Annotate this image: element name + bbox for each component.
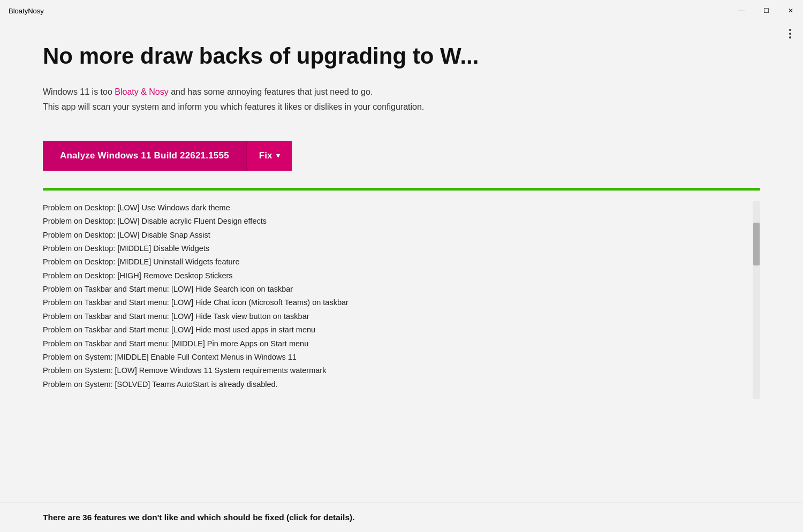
list-item: Problem on Desktop: [MIDDLE] Uninstall W… <box>43 255 744 269</box>
list-item: Problem on Taskbar and Start menu: [MIDD… <box>43 337 744 351</box>
maximize-button[interactable]: ☐ <box>754 0 778 21</box>
fix-label: Fix <box>259 150 272 161</box>
scrollbar-thumb[interactable] <box>753 223 760 265</box>
list-item: Problem on Taskbar and Start menu: [LOW]… <box>43 323 744 337</box>
list-item: Problem on Taskbar and Start menu: [LOW]… <box>43 310 744 323</box>
fix-button[interactable]: Fix ▾ <box>246 141 292 171</box>
dot <box>789 33 791 35</box>
three-dots-menu[interactable] <box>786 26 794 42</box>
list-item: Problem on Taskbar and Start menu: [LOW]… <box>43 296 744 309</box>
list-item: Problem on Taskbar and Start menu: [LOW]… <box>43 283 744 296</box>
list-item: Problem on System: [SOLVED] Teams AutoSt… <box>43 378 744 391</box>
list-item: Problem on Desktop: [LOW] Disable acryli… <box>43 215 744 228</box>
list-item: Problem on Desktop: [LOW] Use Windows da… <box>43 201 744 215</box>
progress-bar <box>43 188 760 191</box>
summary-footer: There are 36 features we don't like and … <box>0 503 803 532</box>
desc-part2: and has some annoying features that just… <box>169 87 373 96</box>
headline: No more draw backs of upgrading to W... <box>43 43 760 70</box>
dot <box>789 36 791 39</box>
dot <box>789 29 791 31</box>
list-item: Problem on System: [MIDDLE] Enable Full … <box>43 351 744 364</box>
desc-line2: This app will scan your system and infor… <box>43 102 424 111</box>
list-item: Problem on Desktop: [LOW] Disable Snap A… <box>43 229 744 242</box>
close-button[interactable]: ✕ <box>778 0 803 21</box>
progress-fill <box>43 188 760 191</box>
app-title: BloatyNosy <box>9 7 44 15</box>
desc-part1: Windows 11 is too <box>43 87 115 96</box>
summary-text: There are 36 features we don't like and … <box>43 513 760 522</box>
results-list: Problem on Desktop: [LOW] Use Windows da… <box>43 201 760 391</box>
brand-text: Bloaty & Nosy <box>115 87 168 96</box>
window-controls: — ☐ ✕ <box>729 0 803 21</box>
scrollbar-track <box>753 201 760 399</box>
list-item: Problem on System: [LOW] Remove Windows … <box>43 364 744 377</box>
list-item: Problem on Desktop: [MIDDLE] Disable Wid… <box>43 242 744 255</box>
minimize-button[interactable]: — <box>729 0 754 21</box>
main-content: No more draw backs of upgrading to W... … <box>0 21 803 410</box>
chevron-down-icon: ▾ <box>276 151 280 159</box>
button-group: Analyze Windows 11 Build 22621.1555 Fix … <box>43 141 760 171</box>
analyze-button[interactable]: Analyze Windows 11 Build 22621.1555 <box>43 141 246 171</box>
title-bar: BloatyNosy — ☐ ✕ <box>0 0 803 21</box>
list-item: Problem on Desktop: [HIGH] Remove Deskto… <box>43 269 744 283</box>
description: Windows 11 is too Bloaty & Nosy and has … <box>43 85 760 113</box>
results-area: Problem on Desktop: [LOW] Use Windows da… <box>43 201 760 399</box>
